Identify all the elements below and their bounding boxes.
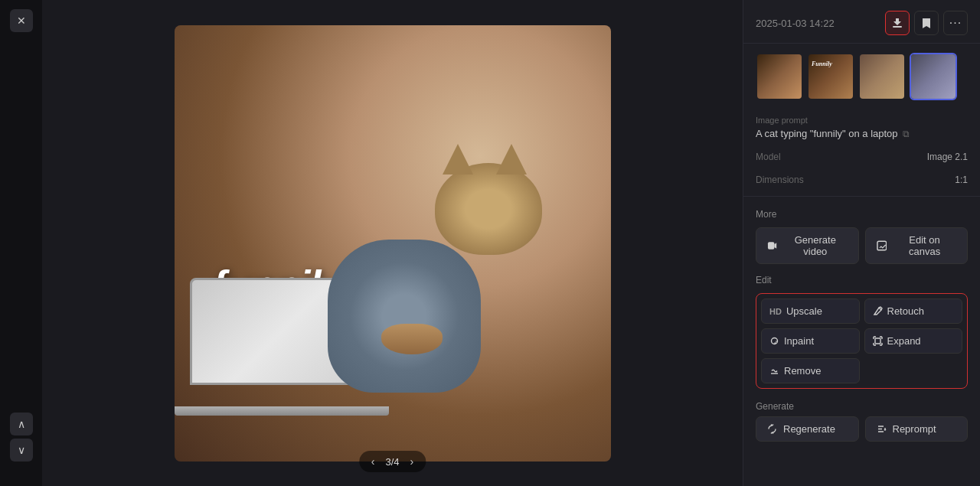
image-prompt-value: A cat typing "funnily" on a laptop ⧉ (756, 128, 968, 139)
remove-icon (769, 366, 779, 376)
next-image-button[interactable]: › (407, 454, 417, 469)
thumbnail-4[interactable] (910, 53, 957, 100)
upscale-label: Upscale (786, 305, 822, 317)
bookmark-icon (921, 17, 932, 29)
expand-button[interactable]: Expand (864, 328, 963, 354)
prev-image-button[interactable]: ‹ (368, 454, 378, 469)
divider-1 (743, 196, 980, 197)
generate-video-label: Generate video (783, 234, 847, 257)
left-sidebar: ✕ ∧ ∨ (0, 0, 42, 486)
nav-down-button[interactable]: ∨ (10, 439, 33, 462)
inpaint-button[interactable]: Inpaint (761, 328, 860, 354)
expand-icon (873, 336, 883, 346)
nav-up-button[interactable]: ∧ (10, 413, 33, 435)
header-actions: ··· (885, 11, 968, 35)
more-dots-icon: ··· (949, 16, 962, 30)
dimensions-value: 1:1 (955, 175, 968, 185)
retouch-icon (873, 306, 883, 316)
model-label: Model (756, 152, 781, 162)
laptop-base (175, 406, 389, 416)
image-prompt-section: Image prompt A cat typing "funnily" on a… (743, 109, 980, 145)
reprompt-label: Reprompt (893, 423, 936, 435)
thumb-image-1 (757, 54, 802, 99)
cat-sweater (328, 240, 481, 393)
more-options-button[interactable]: ··· (943, 11, 968, 35)
cat-ear-right (496, 144, 527, 175)
canvas-icon (877, 240, 887, 251)
more-buttons-row: Generate video Edit on canvas (743, 224, 980, 267)
close-button[interactable]: ✕ (10, 9, 33, 32)
hd-icon: HD (769, 307, 782, 316)
download-icon (891, 17, 903, 29)
svg-rect-4 (875, 338, 880, 344)
generate-video-button[interactable]: Generate video (756, 227, 859, 264)
cat-ear-left (443, 144, 473, 175)
retouch-button[interactable]: Retouch (864, 298, 963, 324)
remove-button[interactable]: Remove (761, 358, 860, 383)
image-counter: ‹ 3/4 › (359, 451, 426, 472)
dimensions-row: Dimensions 1:1 (743, 168, 980, 191)
thumb-image-4 (911, 54, 956, 99)
generate-buttons-row: Regenerate Reprompt (756, 416, 968, 442)
more-section-label: More (743, 201, 980, 224)
generate-section: Generate Regenerate Reprompt (743, 392, 980, 445)
thumbnails-row: Funnily (743, 44, 980, 109)
edit-section-label: Edit (743, 267, 980, 290)
regenerate-button[interactable]: Regenerate (756, 416, 859, 442)
thumb-image-2: Funnily (808, 54, 853, 99)
download-button[interactable] (885, 11, 910, 35)
svg-rect-1 (768, 242, 774, 249)
regenerate-icon (767, 424, 777, 434)
bookmark-button[interactable] (914, 11, 939, 35)
thumb-text-overlay: Funnily (812, 60, 832, 67)
inpaint-label: Inpaint (784, 335, 814, 347)
cat-body (351, 163, 565, 393)
nav-arrows: ∧ ∨ (10, 413, 33, 462)
reprompt-icon (877, 424, 887, 434)
thumbnail-3[interactable] (858, 53, 906, 100)
edit-on-canvas-label: Edit on canvas (893, 234, 956, 257)
image-prompt-text: A cat typing "funnily" on a laptop (756, 128, 898, 139)
regenerate-label: Regenerate (783, 423, 835, 435)
main-image-area: funnily ‹ 3/4 › (42, 0, 743, 486)
reprompt-button[interactable]: Reprompt (865, 416, 969, 442)
thumb-image-3 (860, 54, 904, 99)
timestamp: 2025-01-03 14:22 (756, 18, 835, 29)
dimensions-label: Dimensions (756, 175, 804, 185)
upscale-button[interactable]: HD Upscale (761, 298, 860, 324)
video-icon (767, 240, 777, 251)
panel-header: 2025-01-03 14:22 ··· (743, 0, 980, 44)
inpaint-icon (769, 336, 779, 346)
cat-head (435, 163, 542, 255)
svg-rect-0 (893, 26, 902, 28)
remove-label: Remove (784, 365, 821, 377)
model-value: Image 2.1 (927, 152, 968, 162)
image-container: funnily (175, 25, 611, 462)
image-prompt-label: Image prompt (756, 116, 968, 125)
cat-paw (381, 324, 443, 354)
up-arrow-icon: ∧ (18, 418, 25, 430)
thumbnail-2[interactable]: Funnily (807, 53, 854, 100)
edit-on-canvas-button[interactable]: Edit on canvas (865, 227, 969, 264)
prev-arrow-icon: ‹ (371, 455, 375, 468)
generate-section-label: Generate (756, 395, 968, 416)
edit-buttons-grid: HD Upscale Retouch Inpaint (756, 293, 968, 389)
cat-scene: funnily (175, 25, 611, 462)
down-arrow-icon: ∨ (18, 444, 25, 456)
counter-display: 3/4 (385, 456, 399, 468)
close-icon: ✕ (17, 15, 26, 27)
expand-label: Expand (887, 335, 921, 347)
retouch-label: Retouch (887, 305, 924, 317)
model-row: Model Image 2.1 (743, 145, 980, 168)
thumbnail-1[interactable] (756, 53, 803, 100)
right-panel: 2025-01-03 14:22 ··· Fun (743, 0, 980, 486)
next-arrow-icon: › (410, 455, 414, 468)
copy-prompt-icon[interactable]: ⧉ (903, 129, 910, 139)
